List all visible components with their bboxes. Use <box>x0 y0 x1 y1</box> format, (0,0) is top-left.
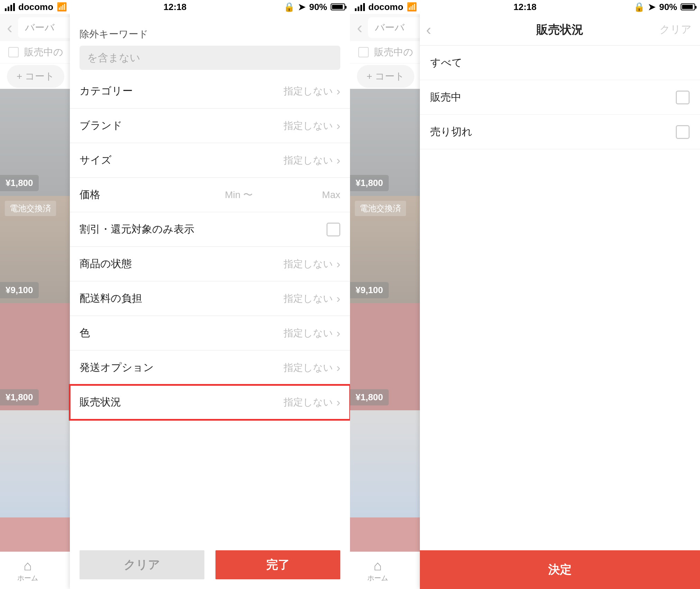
row-category-label: カテゴリー <box>80 84 133 98</box>
checkbox-icon[interactable] <box>326 223 340 236</box>
row-condition-value: 指定しない <box>284 258 333 271</box>
battery-icon <box>681 3 695 10</box>
row-condition-label: 商品の状態 <box>80 257 132 271</box>
checkbox-icon[interactable] <box>676 91 690 104</box>
row-size-value: 指定しない <box>284 154 333 167</box>
signal-icon <box>355 3 365 11</box>
chevron-right-icon: › <box>337 395 340 409</box>
location-icon: ➤ <box>298 2 306 12</box>
filter-panel: 除外キーワード を含まない カテゴリー 指定しない› ブランド 指定しない› サ… <box>70 14 350 589</box>
battery-label: 90% <box>659 2 677 12</box>
row-color-label: 色 <box>80 326 90 340</box>
option-all[interactable]: すべて <box>420 46 700 80</box>
clear-button[interactable]: クリア <box>80 550 204 579</box>
wifi-icon: 📶 <box>407 3 417 11</box>
row-shipopt-label: 発送オプション <box>80 361 154 375</box>
row-color[interactable]: 色 指定しない› <box>70 316 350 350</box>
row-price-label: 価格 <box>80 188 100 202</box>
status-right: 🔒 ➤ 90% <box>634 2 695 12</box>
option-on-sale-label: 販売中 <box>430 90 461 104</box>
row-shipopt-value: 指定しない <box>284 361 333 374</box>
phone-left: docomo 📶 12:18 🔒 ➤ 90% ‹ バーバ 販売中の + コート … <box>0 0 350 589</box>
exclude-section: 除外キーワード を含まない <box>70 14 350 74</box>
option-sold-out-label: 売り切れ <box>430 125 472 139</box>
row-category-value: 指定しない <box>284 85 333 98</box>
row-shipping-label: 配送料の負担 <box>80 291 142 306</box>
row-brand-label: ブランド <box>80 119 122 133</box>
filter-list: カテゴリー 指定しない› ブランド 指定しない› サイズ 指定しない› 価格 M… <box>70 74 350 541</box>
price-min[interactable]: Min 〜 <box>225 188 253 202</box>
chevron-right-icon: › <box>337 326 340 340</box>
panel-title: 販売状況 <box>536 22 583 38</box>
exclude-label: 除外キーワード <box>80 28 340 41</box>
option-sold-out[interactable]: 売り切れ <box>420 115 700 149</box>
option-all-label: すべて <box>430 56 462 70</box>
exclude-input[interactable]: を含まない <box>80 46 340 70</box>
chevron-right-icon: › <box>337 361 340 374</box>
panel-header: ‹ 販売状況 クリア <box>420 14 700 46</box>
chevron-right-icon: › <box>337 292 340 305</box>
exclude-placeholder: を含まない <box>87 51 140 65</box>
lock-icon: 🔒 <box>634 2 645 12</box>
battery-label: 90% <box>309 2 327 12</box>
status-option-list: すべて 販売中 売り切れ <box>420 46 700 550</box>
wifi-icon: 📶 <box>57 3 67 11</box>
submit-button[interactable]: 決定 <box>420 550 700 589</box>
row-color-value: 指定しない <box>284 327 333 340</box>
filter-footer: クリア 完了 <box>70 541 350 589</box>
status-bar: docomo 📶 12:18 🔒 ➤ 90% <box>350 0 700 14</box>
status-left: docomo 📶 <box>355 2 417 12</box>
signal-icon <box>5 3 15 11</box>
row-discount-label: 割引・還元対象のみ表示 <box>80 222 194 236</box>
location-icon: ➤ <box>648 2 656 12</box>
status-right: 🔒 ➤ 90% <box>284 2 345 12</box>
row-sale-status[interactable]: 販売状況 指定しない› <box>70 385 350 420</box>
row-size-label: サイズ <box>80 153 112 167</box>
chevron-right-icon: › <box>337 84 340 98</box>
back-icon[interactable]: ‹ <box>426 21 431 38</box>
row-shipping-value: 指定しない <box>284 292 333 305</box>
status-bar: docomo 📶 12:18 🔒 ➤ 90% <box>0 0 350 14</box>
price-max[interactable]: Max <box>322 189 340 200</box>
clear-button[interactable]: クリア <box>660 22 692 37</box>
carrier-label: docomo <box>18 2 53 12</box>
sale-status-panel: ‹ 販売状況 クリア すべて 販売中 売り切れ 決定 <box>420 14 700 589</box>
row-category[interactable]: カテゴリー 指定しない› <box>70 74 350 109</box>
done-button[interactable]: 完了 <box>215 550 340 579</box>
status-left: docomo 📶 <box>5 2 67 12</box>
row-shipping[interactable]: 配送料の負担 指定しない› <box>70 281 350 316</box>
row-condition[interactable]: 商品の状態 指定しない› <box>70 247 350 281</box>
row-price[interactable]: 価格 Min 〜 Max <box>70 178 350 212</box>
row-status-label: 販売状況 <box>80 395 121 409</box>
phone-right: docomo 📶 12:18 🔒 ➤ 90% ‹ バーバ 販売中の + コート … <box>350 0 700 589</box>
chevron-right-icon: › <box>337 257 340 271</box>
row-brand[interactable]: ブランド 指定しない› <box>70 109 350 143</box>
lock-icon: 🔒 <box>284 2 295 12</box>
chevron-right-icon: › <box>337 153 340 167</box>
chevron-right-icon: › <box>337 119 340 132</box>
battery-icon <box>331 3 345 10</box>
option-on-sale[interactable]: 販売中 <box>420 80 700 115</box>
row-brand-value: 指定しない <box>284 119 333 132</box>
checkbox-icon[interactable] <box>676 125 690 139</box>
row-status-value: 指定しない <box>284 396 333 409</box>
row-shipopt[interactable]: 発送オプション 指定しない› <box>70 350 350 385</box>
row-discount[interactable]: 割引・還元対象のみ表示 <box>70 212 350 247</box>
carrier-label: docomo <box>368 2 403 12</box>
row-size[interactable]: サイズ 指定しない› <box>70 143 350 178</box>
